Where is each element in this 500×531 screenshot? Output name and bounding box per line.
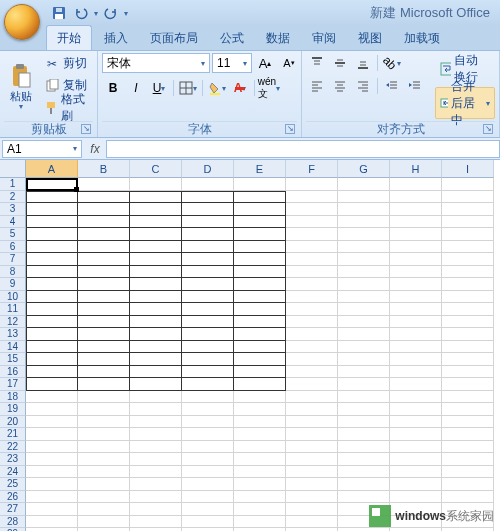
cell[interactable]	[338, 403, 390, 416]
cell[interactable]	[78, 178, 130, 191]
column-header[interactable]: H	[390, 160, 442, 178]
cell[interactable]	[130, 466, 182, 479]
cell[interactable]	[26, 228, 78, 241]
cell[interactable]	[286, 316, 338, 329]
cell[interactable]	[78, 403, 130, 416]
cell[interactable]	[286, 191, 338, 204]
cell[interactable]	[26, 453, 78, 466]
column-header[interactable]: I	[442, 160, 494, 178]
cell[interactable]	[286, 253, 338, 266]
row-header[interactable]: 16	[0, 366, 26, 379]
cell[interactable]	[286, 428, 338, 441]
cell[interactable]	[182, 241, 234, 254]
row-header[interactable]: 17	[0, 378, 26, 391]
row-header[interactable]: 24	[0, 466, 26, 479]
orientation-button[interactable]: ab▾	[381, 53, 403, 73]
row-header[interactable]: 13	[0, 328, 26, 341]
cell[interactable]	[26, 441, 78, 454]
cell[interactable]	[442, 303, 494, 316]
cell[interactable]	[442, 266, 494, 279]
row-header[interactable]: 11	[0, 303, 26, 316]
cell[interactable]	[286, 241, 338, 254]
cell[interactable]	[234, 316, 286, 329]
row-header[interactable]: 25	[0, 478, 26, 491]
cell[interactable]	[130, 391, 182, 404]
cell[interactable]	[286, 303, 338, 316]
cell[interactable]	[130, 478, 182, 491]
cell[interactable]	[26, 366, 78, 379]
cell[interactable]	[442, 278, 494, 291]
cell[interactable]	[442, 178, 494, 191]
column-header[interactable]: F	[286, 160, 338, 178]
cell[interactable]	[26, 341, 78, 354]
cell[interactable]	[338, 316, 390, 329]
tab-home[interactable]: 开始	[46, 25, 92, 50]
cell[interactable]	[182, 316, 234, 329]
cell[interactable]	[338, 441, 390, 454]
cell[interactable]	[182, 278, 234, 291]
row-header[interactable]: 9	[0, 278, 26, 291]
cell[interactable]	[78, 478, 130, 491]
cell[interactable]	[390, 341, 442, 354]
cell[interactable]	[234, 466, 286, 479]
bold-button[interactable]: B	[102, 78, 124, 98]
cell[interactable]	[78, 216, 130, 229]
cell[interactable]	[390, 403, 442, 416]
cell[interactable]	[26, 216, 78, 229]
cell[interactable]	[338, 241, 390, 254]
cell[interactable]	[234, 178, 286, 191]
cell[interactable]	[390, 466, 442, 479]
cell[interactable]	[130, 441, 182, 454]
cell[interactable]	[234, 503, 286, 516]
spreadsheet-grid[interactable]: ABCDEFGHI 123456789101112131415161718192…	[0, 160, 500, 531]
cell[interactable]	[390, 353, 442, 366]
cell[interactable]	[130, 353, 182, 366]
cell[interactable]	[234, 216, 286, 229]
font-size-combo[interactable]: 11▾	[212, 53, 252, 73]
cell[interactable]	[130, 228, 182, 241]
cell[interactable]	[78, 253, 130, 266]
cell[interactable]	[130, 328, 182, 341]
align-left-button[interactable]	[306, 76, 328, 96]
cell[interactable]	[78, 353, 130, 366]
formula-input[interactable]	[106, 140, 500, 158]
format-painter-button[interactable]: 格式刷	[40, 97, 93, 118]
cell[interactable]	[26, 416, 78, 429]
cell[interactable]	[26, 378, 78, 391]
cell[interactable]	[338, 391, 390, 404]
cell[interactable]	[78, 516, 130, 529]
cell[interactable]	[390, 378, 442, 391]
cell[interactable]	[338, 491, 390, 504]
increase-indent-button[interactable]	[404, 76, 426, 96]
column-header[interactable]: B	[78, 160, 130, 178]
cell[interactable]	[442, 191, 494, 204]
cell[interactable]	[78, 191, 130, 204]
cell[interactable]	[442, 291, 494, 304]
borders-button[interactable]: ▾	[177, 78, 199, 98]
cell[interactable]	[338, 303, 390, 316]
align-bottom-button[interactable]	[352, 53, 374, 73]
row-header[interactable]: 27	[0, 503, 26, 516]
cell[interactable]	[390, 241, 442, 254]
underline-button[interactable]: U▾	[148, 78, 170, 98]
cell[interactable]	[26, 403, 78, 416]
redo-icon[interactable]	[102, 4, 120, 22]
row-header[interactable]: 8	[0, 266, 26, 279]
row-header[interactable]: 15	[0, 353, 26, 366]
cell[interactable]	[78, 328, 130, 341]
cell[interactable]	[286, 416, 338, 429]
cell[interactable]	[390, 453, 442, 466]
cell[interactable]	[182, 328, 234, 341]
fill-color-button[interactable]: ▾	[206, 78, 228, 98]
cell[interactable]	[338, 416, 390, 429]
row-header[interactable]: 2	[0, 191, 26, 204]
row-header[interactable]: 26	[0, 491, 26, 504]
grow-font-button[interactable]: A▴	[254, 53, 276, 73]
cell[interactable]	[26, 291, 78, 304]
cell[interactable]	[78, 366, 130, 379]
cell[interactable]	[442, 428, 494, 441]
cell[interactable]	[234, 516, 286, 529]
cell[interactable]	[182, 191, 234, 204]
cell[interactable]	[26, 241, 78, 254]
align-right-button[interactable]	[352, 76, 374, 96]
